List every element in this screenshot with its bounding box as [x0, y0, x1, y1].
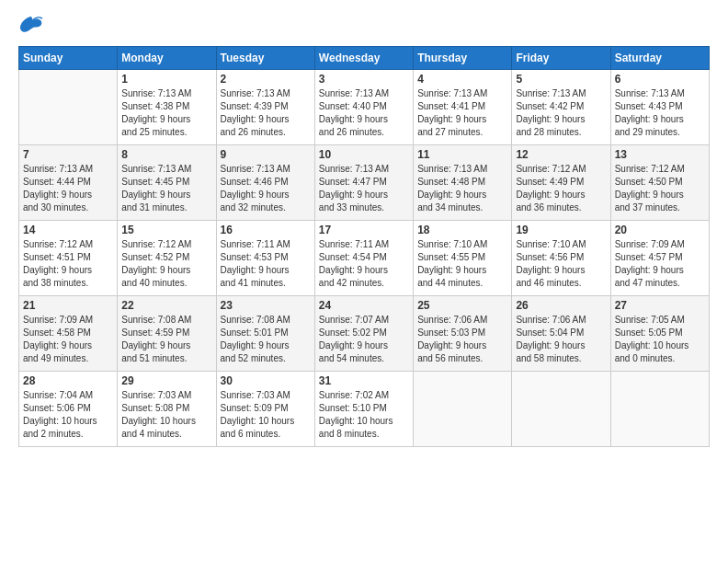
day-number: 11 — [417, 148, 507, 161]
day-number: 22 — [121, 299, 211, 312]
day-info: Sunrise: 7:13 AM Sunset: 4:42 PM Dayligh… — [516, 87, 606, 139]
day-info: Sunrise: 7:13 AM Sunset: 4:48 PM Dayligh… — [417, 163, 507, 214]
day-info: Sunrise: 7:13 AM Sunset: 4:38 PM Dayligh… — [121, 87, 211, 139]
day-info: Sunrise: 7:12 AM Sunset: 4:51 PM Dayligh… — [23, 238, 113, 290]
header-day-wednesday: Wednesday — [314, 47, 413, 70]
day-number: 28 — [23, 374, 113, 387]
day-info: Sunrise: 7:08 AM Sunset: 4:59 PM Dayligh… — [121, 314, 211, 365]
day-number: 13 — [615, 148, 705, 161]
day-number: 15 — [121, 224, 211, 236]
day-number: 16 — [221, 224, 311, 236]
day-cell: 31Sunrise: 7:02 AM Sunset: 5:10 PM Dayli… — [314, 372, 413, 447]
main-container: SundayMondayTuesdayWednesdayThursdayFrid… — [0, 0, 728, 456]
day-info: Sunrise: 7:10 AM Sunset: 4:56 PM Dayligh… — [516, 238, 606, 290]
day-number: 18 — [417, 224, 507, 236]
day-info: Sunrise: 7:03 AM Sunset: 5:09 PM Dayligh… — [221, 389, 311, 441]
day-cell: 1Sunrise: 7:13 AM Sunset: 4:38 PM Daylig… — [118, 70, 216, 145]
day-info: Sunrise: 7:13 AM Sunset: 4:44 PM Dayligh… — [23, 163, 113, 214]
day-info: Sunrise: 7:11 AM Sunset: 4:53 PM Dayligh… — [221, 238, 311, 290]
day-number: 31 — [319, 374, 409, 387]
day-info: Sunrise: 7:07 AM Sunset: 5:02 PM Dayligh… — [319, 314, 409, 365]
day-info: Sunrise: 7:12 AM Sunset: 4:49 PM Dayligh… — [516, 163, 606, 214]
calendar-table: SundayMondayTuesdayWednesdayThursdayFrid… — [18, 46, 710, 447]
day-cell: 28Sunrise: 7:04 AM Sunset: 5:06 PM Dayli… — [19, 372, 118, 447]
day-cell: 10Sunrise: 7:13 AM Sunset: 4:47 PM Dayli… — [314, 145, 413, 221]
day-info: Sunrise: 7:12 AM Sunset: 4:52 PM Dayligh… — [121, 238, 211, 290]
day-cell: 13Sunrise: 7:12 AM Sunset: 4:50 PM Dayli… — [610, 145, 709, 221]
day-number: 30 — [221, 374, 311, 387]
day-cell — [610, 372, 709, 447]
day-cell: 23Sunrise: 7:08 AM Sunset: 5:01 PM Dayli… — [216, 296, 314, 372]
day-number: 7 — [23, 148, 113, 161]
day-number: 29 — [121, 374, 211, 387]
day-number: 9 — [221, 148, 311, 161]
week-row-5: 28Sunrise: 7:04 AM Sunset: 5:06 PM Dayli… — [19, 372, 710, 447]
day-cell: 8Sunrise: 7:13 AM Sunset: 4:45 PM Daylig… — [118, 145, 216, 221]
day-cell — [414, 372, 512, 447]
logo — [18, 15, 48, 35]
day-info: Sunrise: 7:13 AM Sunset: 4:39 PM Dayligh… — [221, 87, 311, 139]
day-info: Sunrise: 7:13 AM Sunset: 4:40 PM Dayligh… — [319, 87, 409, 139]
day-info: Sunrise: 7:10 AM Sunset: 4:55 PM Dayligh… — [417, 238, 507, 290]
day-info: Sunrise: 7:04 AM Sunset: 5:06 PM Dayligh… — [23, 389, 113, 441]
day-cell: 19Sunrise: 7:10 AM Sunset: 4:56 PM Dayli… — [512, 221, 610, 296]
day-cell: 22Sunrise: 7:08 AM Sunset: 4:59 PM Dayli… — [118, 296, 216, 372]
day-number: 3 — [319, 73, 409, 86]
day-cell: 21Sunrise: 7:09 AM Sunset: 4:58 PM Dayli… — [19, 296, 118, 372]
day-info: Sunrise: 7:13 AM Sunset: 4:41 PM Dayligh… — [417, 87, 507, 139]
day-number: 2 — [221, 73, 311, 86]
day-info: Sunrise: 7:06 AM Sunset: 5:04 PM Dayligh… — [516, 314, 606, 365]
week-row-1: 1Sunrise: 7:13 AM Sunset: 4:38 PM Daylig… — [19, 70, 710, 145]
day-cell: 27Sunrise: 7:05 AM Sunset: 5:05 PM Dayli… — [610, 296, 709, 372]
day-number: 6 — [615, 73, 705, 86]
day-number: 24 — [319, 299, 409, 312]
day-number: 10 — [319, 148, 409, 161]
day-cell: 30Sunrise: 7:03 AM Sunset: 5:09 PM Dayli… — [216, 372, 314, 447]
day-number: 26 — [516, 299, 606, 312]
header-day-friday: Friday — [512, 47, 610, 70]
day-cell: 14Sunrise: 7:12 AM Sunset: 4:51 PM Dayli… — [19, 221, 118, 296]
day-number: 8 — [121, 148, 211, 161]
header-row: SundayMondayTuesdayWednesdayThursdayFrid… — [19, 47, 710, 70]
day-info: Sunrise: 7:13 AM Sunset: 4:46 PM Dayligh… — [221, 163, 311, 214]
day-info: Sunrise: 7:11 AM Sunset: 4:54 PM Dayligh… — [319, 238, 409, 290]
day-number: 25 — [417, 299, 507, 312]
day-cell: 12Sunrise: 7:12 AM Sunset: 4:49 PM Dayli… — [512, 145, 610, 221]
day-cell: 17Sunrise: 7:11 AM Sunset: 4:54 PM Dayli… — [314, 221, 413, 296]
day-cell — [19, 70, 118, 145]
day-cell: 18Sunrise: 7:10 AM Sunset: 4:55 PM Dayli… — [414, 221, 512, 296]
day-number: 17 — [319, 224, 409, 236]
day-cell: 4Sunrise: 7:13 AM Sunset: 4:41 PM Daylig… — [414, 70, 512, 145]
day-number: 27 — [615, 299, 705, 312]
day-info: Sunrise: 7:06 AM Sunset: 5:03 PM Dayligh… — [417, 314, 507, 365]
day-cell: 29Sunrise: 7:03 AM Sunset: 5:08 PM Dayli… — [118, 372, 216, 447]
header-area — [18, 15, 710, 35]
day-info: Sunrise: 7:09 AM Sunset: 4:57 PM Dayligh… — [615, 238, 705, 290]
day-number: 20 — [615, 224, 705, 236]
week-row-2: 7Sunrise: 7:13 AM Sunset: 4:44 PM Daylig… — [19, 145, 710, 221]
day-number: 4 — [417, 73, 507, 86]
day-info: Sunrise: 7:09 AM Sunset: 4:58 PM Dayligh… — [23, 314, 113, 365]
day-number: 14 — [23, 224, 113, 236]
header-day-tuesday: Tuesday — [216, 47, 314, 70]
header-day-sunday: Sunday — [19, 47, 118, 70]
day-cell: 9Sunrise: 7:13 AM Sunset: 4:46 PM Daylig… — [216, 145, 314, 221]
day-cell: 15Sunrise: 7:12 AM Sunset: 4:52 PM Dayli… — [118, 221, 216, 296]
day-cell: 20Sunrise: 7:09 AM Sunset: 4:57 PM Dayli… — [610, 221, 709, 296]
day-number: 23 — [221, 299, 311, 312]
day-info: Sunrise: 7:12 AM Sunset: 4:50 PM Dayligh… — [615, 163, 705, 214]
logo-icon — [18, 15, 44, 35]
day-number: 5 — [516, 73, 606, 86]
header-day-saturday: Saturday — [610, 47, 709, 70]
day-info: Sunrise: 7:05 AM Sunset: 5:05 PM Dayligh… — [615, 314, 705, 365]
day-cell: 2Sunrise: 7:13 AM Sunset: 4:39 PM Daylig… — [216, 70, 314, 145]
header-day-thursday: Thursday — [414, 47, 512, 70]
day-cell: 26Sunrise: 7:06 AM Sunset: 5:04 PM Dayli… — [512, 296, 610, 372]
day-info: Sunrise: 7:03 AM Sunset: 5:08 PM Dayligh… — [121, 389, 211, 441]
day-cell: 7Sunrise: 7:13 AM Sunset: 4:44 PM Daylig… — [19, 145, 118, 221]
week-row-4: 21Sunrise: 7:09 AM Sunset: 4:58 PM Dayli… — [19, 296, 710, 372]
day-info: Sunrise: 7:13 AM Sunset: 4:47 PM Dayligh… — [319, 163, 409, 214]
day-number: 21 — [23, 299, 113, 312]
day-info: Sunrise: 7:13 AM Sunset: 4:43 PM Dayligh… — [615, 87, 705, 139]
day-info: Sunrise: 7:13 AM Sunset: 4:45 PM Dayligh… — [121, 163, 211, 214]
